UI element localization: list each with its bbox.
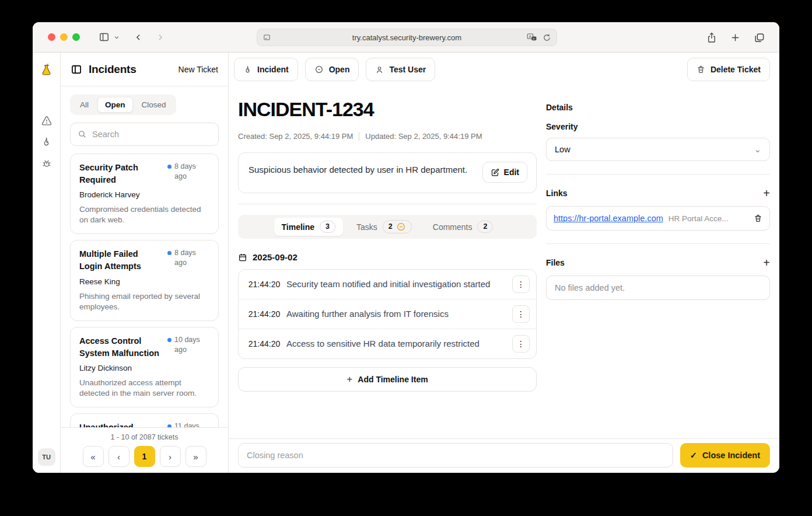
chevron-down-icon: ⌄: [754, 144, 761, 155]
page-title: INCIDENT-1234: [238, 98, 537, 121]
link-url[interactable]: https://hr-portal.example.com: [554, 214, 663, 223]
ticket-status-button[interactable]: Open: [305, 58, 359, 81]
incidents-nav-flame-icon[interactable]: [41, 137, 52, 148]
timeline-time: 21:44:20: [242, 339, 286, 348]
vulnerabilities-nav-bug-icon[interactable]: [41, 158, 52, 169]
closing-reason-input[interactable]: [238, 443, 673, 468]
user-avatar[interactable]: TU: [38, 448, 55, 466]
timeline-item-menu-button[interactable]: ⋮: [512, 335, 530, 353]
description-card: Suspicious behavior detected by user in …: [238, 152, 537, 193]
comments-count-badge: 2: [477, 221, 493, 233]
check-icon: ✓: [690, 451, 697, 460]
filter-tab-open[interactable]: Open: [97, 97, 133, 113]
first-page-button[interactable]: «: [83, 446, 104, 467]
ticket-description-text: Suspicious behavior detected by user in …: [249, 162, 475, 183]
calendar-icon: [238, 253, 247, 262]
browser-window: try.catalyst.security-brewery.com A x: [33, 22, 779, 473]
ticket-list-item[interactable]: Security Patch Required 8 days ago Brode…: [70, 154, 219, 234]
timeline-text: Access to sensitive HR data temporarily …: [286, 336, 512, 352]
ticket-title: Access Control System Malfunction: [79, 335, 163, 360]
details-panel: Details Severity Low ⌄ Links + https://h…: [546, 86, 770, 438]
translate-icon[interactable]: A x: [527, 33, 537, 42]
timeline-item: 21:44:20 Access to sensitive HR data tem…: [239, 329, 536, 358]
tab-tasks[interactable]: Tasks 2: [349, 217, 419, 236]
ticket-description: Unauthorized access attempt detected in …: [79, 378, 209, 399]
address-bar[interactable]: try.catalyst.security-brewery.com A x: [257, 29, 557, 46]
severity-select[interactable]: Low ⌄: [546, 138, 770, 161]
catalyst-flask-icon[interactable]: [40, 63, 53, 76]
delete-ticket-button[interactable]: Delete Ticket: [687, 58, 770, 81]
back-button[interactable]: [135, 32, 142, 43]
timeline-card: 21:44:20 Security team notified and init…: [238, 269, 537, 359]
filter-tab-closed[interactable]: Closed: [134, 97, 174, 113]
edit-description-button[interactable]: Edit: [482, 162, 527, 183]
pagination: « ‹ 1 › »: [61, 446, 228, 467]
ticket-owner-button[interactable]: Test User: [366, 58, 435, 81]
ticket-description: Phishing email reported by several emplo…: [79, 291, 209, 312]
ticket-author: Reese King: [79, 277, 209, 286]
ticket-author: Broderick Harvey: [79, 190, 209, 199]
forward-button[interactable]: [156, 32, 164, 43]
ticket-title: Unauthorized Device Connected: [79, 421, 163, 427]
minimize-window-button[interactable]: [60, 33, 68, 41]
divider: [546, 174, 770, 175]
unread-dot: [167, 165, 172, 169]
close-window-button[interactable]: [48, 33, 55, 41]
links-heading: Links: [546, 189, 568, 198]
prev-page-button[interactable]: ‹: [108, 446, 130, 467]
link-name: HR Portal Acce...: [668, 214, 748, 223]
new-tab-icon[interactable]: [730, 33, 740, 43]
tab-overview-icon[interactable]: [754, 32, 765, 43]
delete-link-trash-icon[interactable]: [754, 214, 762, 223]
tasks-open-minus-circle-icon: [396, 222, 406, 232]
result-count: 1 - 10 of 2087 tickets: [61, 433, 228, 441]
timeline-text: Awaiting further analysis from IT forens…: [286, 306, 512, 322]
timeline-time: 21:44:20: [242, 280, 286, 289]
timeline-item-menu-button[interactable]: ⋮: [512, 276, 530, 293]
share-icon[interactable]: [706, 32, 717, 44]
reload-icon[interactable]: [542, 33, 551, 42]
add-file-button[interactable]: +: [763, 257, 770, 269]
ticket-type-button[interactable]: Incident: [234, 58, 298, 81]
filter-tab-all[interactable]: All: [72, 97, 96, 113]
tab-timeline[interactable]: Timeline 3: [274, 218, 344, 236]
add-timeline-item-button[interactable]: + Add Timeline Item: [238, 367, 537, 392]
ticket-age: 11 days ago: [174, 421, 209, 427]
status-circle-dot-icon: [314, 65, 324, 74]
unread-dot: [167, 338, 172, 342]
current-page-button[interactable]: 1: [134, 446, 155, 467]
last-page-button[interactable]: »: [186, 446, 206, 467]
search-input[interactable]: [92, 130, 211, 139]
timeline-time: 21:44:20: [242, 309, 286, 319]
timeline-item: 21:44:20 Awaiting further analysis from …: [239, 299, 536, 329]
unread-dot: [167, 251, 172, 255]
browser-sidebar-toggle-icon[interactable]: [99, 32, 110, 43]
edit-pencil-icon: [491, 168, 499, 177]
svg-text:A: A: [529, 34, 532, 38]
trash-icon: [696, 65, 705, 74]
collapse-panel-icon[interactable]: [71, 64, 82, 75]
svg-text:x: x: [533, 36, 535, 40]
ticket-dates: Created: Sep 2, 2025, 9:44:19 PM Updated…: [238, 132, 537, 141]
timeline-item-menu-button[interactable]: ⋮: [512, 305, 530, 323]
sidebar-chevron-down-icon[interactable]: [114, 34, 120, 40]
close-incident-button[interactable]: ✓ Close Incident: [680, 443, 770, 468]
zoom-window-button[interactable]: [72, 33, 80, 41]
next-page-button[interactable]: ›: [160, 446, 181, 467]
timeline-item: 21:44:20 Security team notified and init…: [239, 270, 536, 299]
ticket-title: Security Patch Required: [79, 162, 163, 186]
ticket-list-item[interactable]: Access Control System Malfunction 10 day…: [70, 327, 219, 407]
ticket-list-item[interactable]: Unauthorized Device Connected 11 days ag…: [70, 413, 219, 427]
ticket-list: Security Patch Required 8 days ago Brode…: [70, 154, 219, 427]
ticket-detail-pane: Incident Open Test: [229, 53, 779, 473]
files-empty-state: No files added yet.: [546, 276, 770, 300]
updated-date: Updated: Sep 2, 2025, 9:44:19 PM: [365, 132, 482, 141]
add-link-button[interactable]: +: [763, 187, 770, 199]
page-format-icon: [262, 33, 271, 41]
ticket-list-item[interactable]: Multiple Failed Login Attempts 8 days ag…: [70, 240, 219, 320]
tab-comments[interactable]: Comments 2: [425, 218, 501, 236]
alerts-nav-alert-triangle-icon[interactable]: [41, 115, 52, 127]
new-ticket-button[interactable]: New Ticket: [178, 65, 218, 74]
timeline-text: Security team notified and initial inves…: [286, 276, 512, 292]
search-icon: [78, 130, 87, 139]
